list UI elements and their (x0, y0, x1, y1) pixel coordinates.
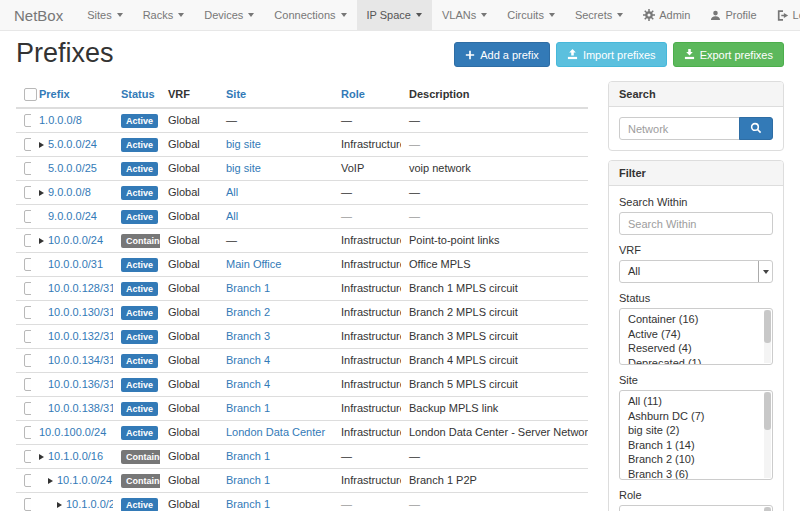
scrollbar-thumb[interactable] (764, 392, 771, 430)
site-link[interactable]: Branch 1 (226, 402, 270, 414)
row-checkbox[interactable] (24, 186, 31, 199)
row-checkbox[interactable] (24, 138, 31, 151)
prefix-link[interactable]: 10.0.0.128/31 (48, 282, 113, 294)
site-option[interactable]: big site (2) (620, 423, 772, 438)
nav-item-devices[interactable]: Devices (194, 0, 264, 30)
row-checkbox[interactable] (24, 402, 31, 415)
status-cell: Container (113, 468, 160, 492)
profile-link[interactable]: Profile (700, 0, 766, 30)
status-option[interactable]: Active (74) (620, 327, 772, 342)
row-checkbox[interactable] (24, 354, 31, 367)
prefix-link[interactable]: 10.0.0.136/31 (48, 378, 113, 390)
row-checkbox[interactable] (24, 114, 31, 127)
prefix-link[interactable]: 1.0.0.0/8 (39, 114, 82, 126)
prefix-link[interactable]: 9.0.0.0/24 (48, 210, 97, 222)
prefix-link[interactable]: 10.1.0.0/16 (48, 450, 103, 462)
site-link[interactable]: Branch 1 (226, 450, 270, 462)
scrollbar-thumb[interactable] (764, 310, 771, 343)
nav-item-ip-space[interactable]: IP Space (357, 0, 432, 30)
row-checkbox[interactable] (24, 162, 31, 175)
row-checkbox[interactable] (24, 498, 31, 511)
row-checkbox[interactable] (24, 474, 31, 487)
site-link[interactable]: Branch 4 (226, 354, 270, 366)
nav-item-connections[interactable]: Connections (264, 0, 356, 30)
site-option[interactable]: Branch 2 (10) (620, 452, 772, 467)
site-link[interactable]: Branch 2 (226, 306, 270, 318)
site-link[interactable]: Branch 3 (226, 330, 270, 342)
prefix-link[interactable]: 10.0.100.0/24 (39, 426, 106, 438)
search-button[interactable] (739, 117, 773, 140)
site-option[interactable]: Ashburn DC (7) (620, 409, 772, 424)
site-link[interactable]: big site (226, 138, 261, 150)
prefix-link[interactable]: 10.0.0.0/31 (48, 258, 103, 270)
status-option[interactable]: Deprecated (1) (620, 356, 772, 366)
site-link[interactable]: Branch 1 (226, 498, 270, 510)
search-input[interactable] (619, 117, 740, 140)
scrollbar-thumb[interactable] (764, 507, 771, 511)
netbox-brand[interactable]: NetBox (0, 0, 77, 30)
add-prefix-button[interactable]: Add a prefix (454, 42, 550, 67)
column-header-prefix[interactable]: Prefix (31, 84, 113, 108)
nav-item-racks[interactable]: Racks (133, 0, 195, 30)
site-link[interactable]: Branch 4 (226, 378, 270, 390)
site-multiselect[interactable]: All (11)Ashburn DC (7)big site (2)Branch… (619, 390, 773, 480)
site-option[interactable]: Branch 3 (6) (620, 467, 772, 481)
status-badge: Active (121, 306, 158, 320)
logout-link[interactable]: Log out (767, 0, 800, 30)
prefix-link[interactable]: 5.0.0.0/25 (48, 162, 97, 174)
prefix-link[interactable]: 5.0.0.0/24 (48, 138, 97, 150)
row-checkbox[interactable] (24, 282, 31, 295)
status-option[interactable]: Reserved (4) (620, 341, 772, 356)
column-header-site[interactable]: Site (218, 84, 333, 108)
site-link[interactable]: All (226, 186, 238, 198)
import-prefixes-button[interactable]: Import prefixes (556, 42, 667, 67)
site-link[interactable]: All (226, 210, 238, 222)
site-link[interactable]: London Data Center (226, 426, 325, 438)
description-cell: — (401, 444, 588, 468)
status-multiselect[interactable]: Container (16)Active (74)Reserved (4)Dep… (619, 308, 773, 365)
site-link[interactable]: big site (226, 162, 261, 174)
select-all-checkbox[interactable] (24, 88, 37, 101)
import-prefixes-label: Import prefixes (583, 49, 656, 61)
admin-link[interactable]: Admin (633, 0, 700, 30)
export-prefixes-button[interactable]: Export prefixes (673, 42, 784, 67)
search-within-input[interactable] (619, 212, 773, 235)
nav-item-sites[interactable]: Sites (77, 0, 132, 30)
prefix-link[interactable]: 10.1.0.0/24 (57, 474, 112, 486)
nav-item-circuits[interactable]: Circuits (497, 0, 565, 30)
row-select-cell (16, 252, 31, 276)
status-cell: Active (113, 156, 160, 180)
description-cell: voip network (401, 156, 588, 180)
prefix-link[interactable]: 9.0.0.0/8 (48, 186, 91, 198)
nav-item-vlans[interactable]: VLANs (432, 0, 497, 30)
vrf-select[interactable]: All (619, 260, 773, 283)
prefix-link[interactable]: 10.0.0.134/31 (48, 354, 113, 366)
site-link[interactable]: Branch 1 (226, 474, 270, 486)
role-cell: Infrastructure (333, 420, 401, 444)
prefix-link[interactable]: 10.0.0.0/24 (48, 234, 103, 246)
nav-item-secrets[interactable]: Secrets (565, 0, 633, 30)
prefix-link[interactable]: 10.1.0.0/25 (66, 498, 113, 510)
row-checkbox[interactable] (24, 330, 31, 343)
row-checkbox[interactable] (24, 258, 31, 271)
prefix-link[interactable]: 10.0.0.130/31 (48, 306, 113, 318)
row-checkbox[interactable] (24, 234, 31, 247)
column-header-status[interactable]: Status (113, 84, 160, 108)
site-option[interactable]: All (11) (620, 394, 772, 409)
table-row: 9.0.0.0/8ActiveGlobalAll—— (16, 180, 588, 204)
site-option[interactable]: Branch 1 (14) (620, 438, 772, 453)
site-link[interactable]: Branch 1 (226, 282, 270, 294)
prefix-link[interactable]: 10.0.0.138/31 (48, 402, 113, 414)
role-multiselect[interactable]: Infrastructure (25)Management (8)Private… (619, 505, 773, 511)
row-checkbox[interactable] (24, 378, 31, 391)
row-checkbox[interactable] (24, 306, 31, 319)
description-value: Branch 1 MPLS circuit (409, 282, 518, 294)
column-header-role[interactable]: Role (333, 84, 401, 108)
prefix-link[interactable]: 10.0.0.132/31 (48, 330, 113, 342)
row-checkbox[interactable] (24, 450, 31, 463)
row-checkbox[interactable] (24, 210, 31, 223)
row-checkbox[interactable] (24, 426, 31, 439)
site-link[interactable]: Main Office (226, 258, 281, 270)
status-option[interactable]: Container (16) (620, 312, 772, 327)
site-cell: Branch 4 (218, 348, 333, 372)
